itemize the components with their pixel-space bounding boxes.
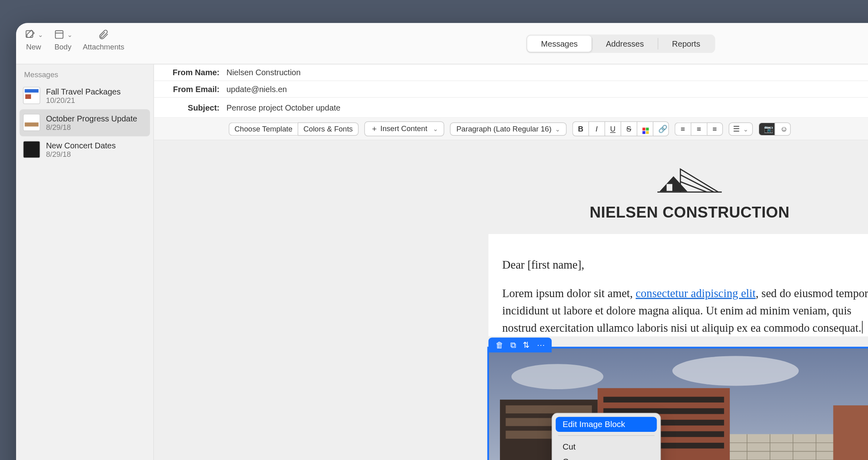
from-name-value[interactable]: Nielsen Construction: [226, 68, 301, 77]
subject-value[interactable]: Penrose project October update: [226, 103, 340, 112]
message-thumbnail: [23, 141, 40, 158]
align-right-button[interactable]: ≡: [706, 122, 723, 136]
text-color-button[interactable]: [637, 121, 653, 136]
text-cursor: [862, 321, 862, 333]
menu-copy[interactable]: Copy: [556, 454, 657, 460]
align-left-button[interactable]: ≡: [674, 122, 690, 136]
duplicate-block-icon[interactable]: ⧉: [510, 340, 516, 350]
message-thumbnail: [23, 87, 40, 104]
editor-canvas[interactable]: NIELSEN CONSTRUCTION Dear [first name], …: [154, 140, 868, 460]
message-list-item[interactable]: October Progress Update 8/29/18: [20, 109, 150, 136]
main-toolbar: ⌄ New ⌄ Body Attachments: [16, 23, 868, 64]
block-toolbar: 🗑 ⧉ ⇅ ⋯: [489, 337, 552, 352]
body-button[interactable]: ⌄ Body: [53, 28, 72, 51]
editor-main: From Name: Nielsen Construction From Ema…: [154, 64, 868, 460]
context-menu: Edit Image Block Cut Copy Split Section …: [552, 413, 661, 460]
attachments-label: Attachments: [83, 43, 124, 51]
menu-edit-image-block[interactable]: Edit Image Block: [556, 417, 657, 432]
link-button[interactable]: 🔗: [653, 121, 669, 136]
message-list-item[interactable]: Fall Travel Packages 10/20/21: [16, 82, 154, 109]
tab-reports[interactable]: Reports: [658, 35, 714, 51]
svg-rect-16: [604, 397, 724, 402]
formatting-toolbar: Choose Template Colors & Fonts ＋Insert C…: [154, 118, 868, 140]
brand-name: NIELSEN CONSTRUCTION: [154, 203, 868, 221]
paperclip-icon: [98, 28, 109, 41]
colors-fonts-button[interactable]: Colors & Fonts: [298, 122, 359, 136]
brand-logo: NIELSEN CONSTRUCTION: [154, 156, 868, 222]
svg-rect-22: [833, 405, 868, 460]
from-name-row: From Name: Nielsen Construction: [154, 64, 868, 81]
move-block-icon[interactable]: ⇅: [523, 341, 530, 350]
italic-button[interactable]: I: [588, 121, 604, 136]
body-paragraph: Lorem ipsum dolor sit amet, consectetur …: [502, 285, 868, 337]
paragraph-style-dropdown[interactable]: Paragraph (Lato Regular 16): [450, 122, 567, 136]
choose-template-button[interactable]: Choose Template: [229, 122, 298, 136]
link-icon: 🔗: [658, 125, 667, 133]
attachments-button[interactable]: Attachments: [83, 28, 124, 51]
message-title: New Concert Dates: [46, 141, 116, 150]
emoji-button[interactable]: ☺: [774, 122, 790, 136]
from-email-row: From Email: update@niels.en: [154, 81, 868, 98]
app-window: ⌄ New ⌄ Body Attachments: [16, 23, 868, 460]
greeting-line: Dear [first name],: [502, 256, 868, 273]
svg-rect-12: [506, 405, 592, 413]
from-email-value[interactable]: update@niels.en: [226, 84, 287, 94]
svg-rect-7: [667, 184, 672, 191]
image-block-content: [489, 348, 868, 460]
chevron-down-icon: ⌄: [38, 31, 43, 39]
svg-rect-1: [55, 31, 63, 38]
bold-button[interactable]: B: [572, 121, 588, 136]
messages-sidebar: Messages Fall Travel Packages 10/20/21 O…: [16, 64, 154, 460]
subject-label: Subject:: [162, 103, 219, 112]
list-button[interactable]: ☰: [729, 122, 753, 136]
align-center-button[interactable]: ≡: [690, 122, 706, 136]
email-body[interactable]: Dear [first name], Lorem ipsum dolor sit…: [489, 234, 868, 337]
insert-content-dropdown[interactable]: ＋Insert Content: [364, 121, 444, 136]
message-date: 10/20/21: [46, 96, 121, 105]
more-block-icon[interactable]: ⋯: [537, 341, 545, 350]
camera-icon: 📷: [764, 125, 773, 133]
underline-button[interactable]: U: [604, 121, 620, 136]
message-date: 8/29/18: [46, 150, 116, 158]
subject-row: Subject: Penrose project October update …: [154, 98, 868, 118]
from-name-label: From Name:: [162, 68, 219, 77]
body-link[interactable]: consectetur adipiscing elit: [636, 287, 756, 300]
new-button[interactable]: ⌄ New: [24, 28, 43, 51]
new-label: New: [26, 43, 41, 51]
from-email-label: From Email:: [162, 84, 219, 94]
strikethrough-button[interactable]: S: [620, 121, 637, 136]
body-icon: ⌄: [53, 28, 72, 41]
delete-block-icon[interactable]: 🗑: [495, 341, 504, 350]
tab-messages[interactable]: Messages: [527, 35, 592, 51]
compose-icon: ⌄: [24, 28, 43, 41]
message-date: 8/29/18: [46, 123, 137, 131]
svg-point-10: [672, 356, 799, 386]
menu-cut[interactable]: Cut: [556, 439, 657, 454]
insert-image-button[interactable]: 📷: [758, 122, 774, 136]
message-title: Fall Travel Packages: [46, 87, 121, 96]
house-scaffold-icon: [649, 156, 730, 201]
selected-image-block[interactable]: 🗑 ⧉ ⇅ ⋯: [489, 348, 868, 460]
body-label: Body: [54, 43, 71, 51]
view-segmented-control: Messages Addresses Reports: [526, 34, 715, 53]
sidebar-header: Messages: [16, 64, 154, 82]
message-thumbnail: [23, 114, 40, 131]
tab-addresses[interactable]: Addresses: [592, 35, 657, 51]
smile-icon: ☺: [780, 125, 788, 133]
svg-point-9: [512, 364, 604, 389]
chevron-down-icon: ⌄: [67, 31, 72, 39]
message-list-item[interactable]: New Concert Dates 8/29/18: [16, 136, 154, 163]
message-title: October Progress Update: [46, 114, 137, 123]
